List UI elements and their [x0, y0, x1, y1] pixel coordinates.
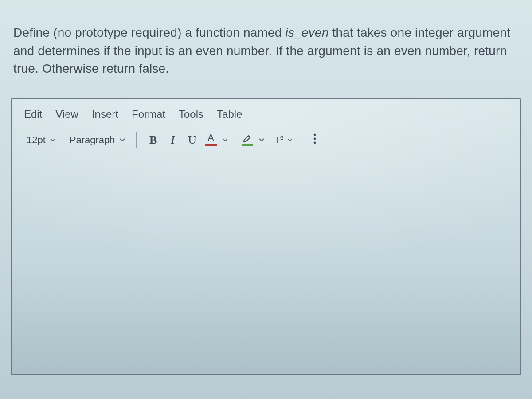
- question-prompt: Define (no prototype required) a functio…: [13, 24, 519, 78]
- menu-insert[interactable]: Insert: [92, 108, 118, 121]
- vertical-dots-icon: [313, 133, 317, 147]
- superscript-button[interactable]: T2: [275, 131, 293, 149]
- highlight-color-button[interactable]: [239, 131, 265, 149]
- editor-content-area[interactable]: [12, 157, 520, 348]
- text-color-swatch: [205, 144, 217, 146]
- highlight-color-swatch: [242, 144, 253, 146]
- paragraph-style-value: Paragraph: [70, 134, 115, 146]
- chevron-down-icon: [49, 137, 56, 144]
- bold-glyph: B: [149, 133, 157, 147]
- chevron-down-icon: [119, 137, 126, 144]
- underline-glyph: U: [188, 133, 196, 147]
- chevron-down-icon: [258, 137, 265, 144]
- highlighter-icon: [242, 134, 253, 143]
- text-color-glyph: A: [207, 134, 214, 142]
- font-size-dropdown[interactable]: 12pt: [24, 133, 59, 148]
- menu-view[interactable]: View: [55, 108, 78, 121]
- more-options-button[interactable]: [309, 133, 321, 147]
- editor-menu-bar: Edit View Insert Format Tools Table: [12, 99, 520, 127]
- underline-button[interactable]: U: [183, 131, 202, 149]
- toolbar-divider: [136, 132, 137, 148]
- superscript-glyph: T2: [275, 134, 286, 146]
- svg-point-0: [313, 133, 316, 136]
- menu-format[interactable]: Format: [132, 108, 165, 121]
- menu-edit[interactable]: Edit: [24, 108, 42, 121]
- prompt-text-italic: is_even: [286, 26, 329, 39]
- font-size-value: 12pt: [27, 134, 46, 146]
- svg-point-2: [313, 141, 316, 144]
- italic-button[interactable]: I: [163, 131, 183, 149]
- chevron-down-icon: [222, 137, 229, 144]
- bold-button[interactable]: B: [144, 131, 163, 149]
- menu-table[interactable]: Table: [217, 108, 242, 121]
- editor-toolbar: 12pt Paragraph B: [12, 127, 520, 157]
- prompt-text-pre: Define (no prototype required) a functio…: [13, 26, 286, 39]
- chevron-down-icon: [286, 137, 293, 144]
- menu-tools[interactable]: Tools: [179, 108, 203, 121]
- text-color-button[interactable]: A: [202, 131, 229, 149]
- svg-point-1: [313, 137, 316, 140]
- toolbar-divider: [301, 132, 301, 148]
- italic-glyph: I: [171, 133, 175, 147]
- paragraph-style-dropdown[interactable]: Paragraph: [67, 133, 129, 148]
- rich-text-editor: Edit View Insert Format Tools Table 12pt…: [11, 98, 521, 375]
